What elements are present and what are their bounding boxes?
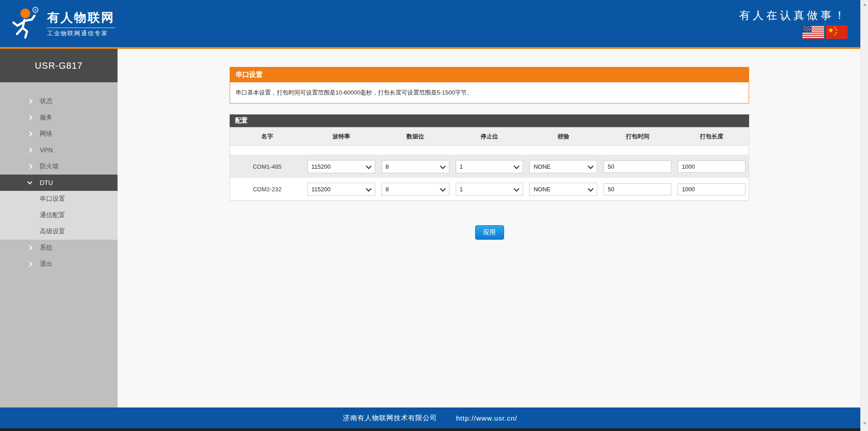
sidebar-item-label: 系统 [40, 244, 52, 252]
brand-slogan: 工业物联网通信专家 [47, 28, 115, 38]
port-name: COM1-485 [230, 163, 304, 170]
stopbits-select-wrap: 1 [456, 183, 524, 196]
chevron-right-icon [27, 261, 32, 266]
chevron-right-icon [27, 164, 32, 169]
header-right: 有人在认真做事！ [739, 8, 848, 39]
col-header-databits: 数据位 [378, 133, 453, 141]
scroll-up-icon [863, 4, 867, 6]
brand-text: 有人物联网 工业物联网通信专家 [47, 9, 115, 38]
footer-company: 济南有人物联网技术有限公司 [343, 414, 437, 422]
sidebar-item-label: 防火墙 [40, 162, 59, 171]
scroll-down-icon [863, 422, 867, 425]
databits-select-wrap: 8 [382, 160, 449, 173]
stopbits-select[interactable]: 1 [456, 160, 524, 173]
usr-person-logo-icon: ® [9, 6, 40, 41]
page: ® 有人物联网 工业物联网通信专家 有人在认真做事！ [0, 0, 868, 431]
databits-select-wrap: 8 [382, 183, 449, 196]
vertical-scrollbar[interactable] [860, 0, 868, 431]
sidebar-item-firewall[interactable]: 防火墙 [0, 158, 118, 175]
sidebar: USR-G817 状态 服务 网络 [0, 49, 118, 407]
sidebar-subitem-comm-config[interactable]: 通信配置 [0, 207, 118, 223]
us-flag-icon[interactable] [802, 25, 824, 39]
packlength-input[interactable] [678, 161, 745, 173]
col-header-packtime: 打包时间 [600, 133, 675, 141]
parity-select[interactable]: NONE [529, 160, 597, 173]
sidebar-item-services[interactable]: 服务 [0, 109, 118, 126]
col-header-name: 名字 [230, 133, 304, 141]
sidebar-item-dtu[interactable]: DTU [0, 175, 118, 191]
col-header-baud: 波特率 [304, 133, 378, 141]
table-row-com1: COM1-485 115200 8 1 NONE [230, 155, 749, 178]
serial-config-table: 名字 波特率 数据位 停止位 校验 打包时间 打包长度 [230, 127, 749, 201]
sidebar-item-logout[interactable]: 退出 [0, 256, 118, 272]
databits-select[interactable]: 8 [382, 160, 449, 173]
sidebar-item-label: DTU [40, 179, 53, 186]
sidebar-item-status[interactable]: 状态 [0, 93, 118, 109]
sidebar-subitem-label: 通信配置 [40, 211, 65, 219]
sidebar-item-network[interactable]: 网络 [0, 126, 118, 142]
brand-name: 有人物联网 [47, 9, 115, 26]
sidebar-item-label: 服务 [40, 114, 52, 122]
config-section-title: 配置 [230, 114, 749, 127]
stopbits-select-wrap: 1 [456, 160, 524, 173]
middle-region: USR-G817 状态 服务 网络 [0, 49, 860, 407]
main-content: 串口设置 串口基本设置，打包时间可设置范围是10-60000毫秒，打包长度可设置… [118, 49, 860, 407]
stopbits-select[interactable]: 1 [456, 183, 524, 196]
port-name: COM2-232 [230, 186, 304, 193]
svg-text:★: ★ [828, 26, 834, 34]
chevron-right-icon [27, 147, 32, 152]
parity-select[interactable]: NONE [529, 183, 597, 196]
sidebar-subitem-label: 高级设置 [40, 227, 65, 236]
chevron-down-icon [27, 179, 32, 184]
svg-text:★: ★ [834, 33, 836, 36]
sidebar-subitem-label: 串口设置 [40, 195, 65, 203]
col-header-parity: 校验 [526, 133, 600, 141]
table-header-row: 名字 波特率 数据位 停止位 校验 打包时间 打包长度 [230, 128, 749, 146]
header-motto: 有人在认真做事！ [739, 8, 848, 23]
sidebar-item-vpn[interactable]: VPN [0, 142, 118, 158]
chevron-right-icon [27, 115, 32, 120]
baud-select[interactable]: 115200 [307, 183, 375, 196]
packtime-input[interactable] [604, 161, 671, 173]
apply-button[interactable]: 应用 [475, 225, 504, 240]
dtu-submenu: 串口设置 通信配置 高级设置 [0, 191, 118, 240]
chevron-right-icon [27, 131, 32, 136]
baud-select[interactable]: 115200 [307, 160, 375, 173]
packlength-input[interactable] [678, 183, 745, 195]
brand: ® 有人物联网 工业物联网通信专家 [9, 6, 115, 41]
top-header: ® 有人物联网 工业物联网通信专家 有人在认真做事！ [0, 0, 860, 49]
footer-url-link[interactable]: http://www.usr.cn/ [456, 414, 518, 422]
baud-select-wrap: 115200 [307, 183, 375, 196]
sidebar-item-label: VPN [40, 147, 53, 154]
databits-select[interactable]: 8 [382, 183, 449, 196]
chevron-right-icon [27, 99, 32, 104]
app-window: ® 有人物联网 工业物联网通信专家 有人在认真做事！ [0, 0, 860, 431]
parity-select-wrap: NONE [529, 160, 597, 173]
scroll-down-button[interactable] [861, 420, 868, 427]
sidebar-item-label: 网络 [40, 130, 52, 138]
device-title: USR-G817 [0, 49, 118, 82]
footer: 济南有人物联网技术有限公司 http://www.usr.cn/ [0, 407, 860, 428]
scroll-up-button[interactable] [861, 1, 868, 9]
serial-settings-panel: 串口设置 串口基本设置，打包时间可设置范围是10-60000毫秒，打包长度可设置… [230, 67, 749, 104]
config-section: 配置 名字 波特率 数据位 停止位 校验 打包时间 打包长度 [230, 114, 749, 201]
panel-title: 串口设置 [230, 67, 749, 82]
sidebar-menu: 状态 服务 网络 VPN [0, 82, 118, 272]
packtime-input[interactable] [604, 183, 671, 195]
window-bottom-edge [0, 428, 860, 431]
col-header-stopbits: 停止位 [453, 133, 527, 141]
table-spacer-row [230, 146, 749, 155]
sidebar-item-label: 退出 [40, 260, 52, 268]
registered-mark: ® [34, 8, 37, 12]
table-row-com2: COM2-232 115200 8 1 NONE [230, 178, 749, 200]
parity-select-wrap: NONE [529, 183, 597, 196]
panel-description: 串口基本设置，打包时间可设置范围是10-60000毫秒，打包长度可设置范围是5-… [230, 82, 749, 103]
cn-flag-icon[interactable]: ★ ★ ★ ★ ★ [826, 25, 848, 39]
sidebar-subitem-advanced-settings[interactable]: 高级设置 [0, 223, 118, 240]
sidebar-subitem-serial-settings[interactable]: 串口设置 [0, 191, 118, 207]
language-flags: ★ ★ ★ ★ ★ [802, 25, 848, 39]
sidebar-item-label: 状态 [40, 97, 52, 105]
baud-select-wrap: 115200 [307, 160, 375, 173]
col-header-packlength: 打包长度 [675, 133, 749, 141]
sidebar-item-system[interactable]: 系统 [0, 240, 118, 256]
